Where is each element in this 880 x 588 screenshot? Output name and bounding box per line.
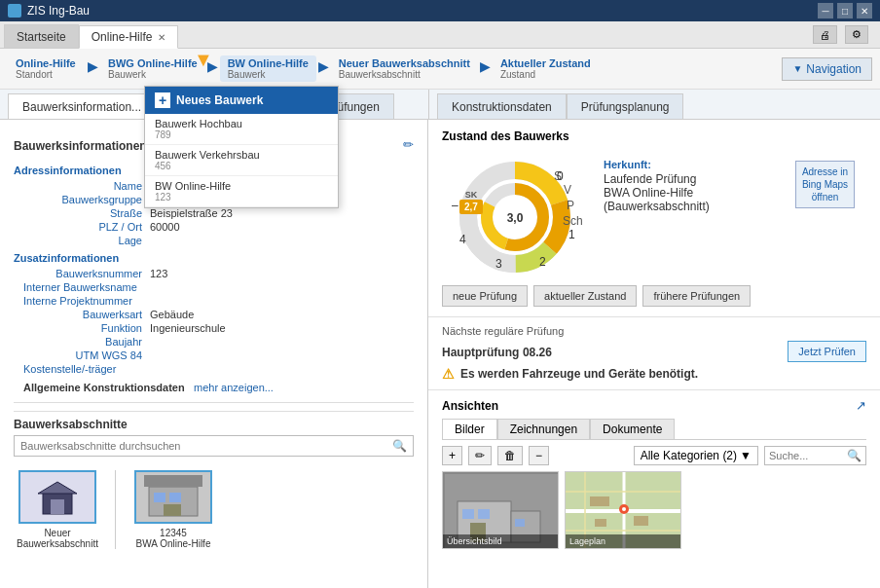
remove-media-button[interactable]: − [529,446,549,465]
breadcrumb-bwg[interactable]: BWG Online-Hilfe Bauwerk [100,55,205,82]
svg-marker-1 [38,482,77,494]
value-bwart: Gebäude [150,309,194,320]
media-tab-bilder[interactable]: Bilder [442,419,497,439]
edit-media-button[interactable]: ✏ [468,446,492,465]
svg-rect-42 [590,496,609,506]
label-plz: PLZ / Ort [23,221,150,233]
media-search-input[interactable] [769,450,847,461]
nav-icon: ▼ [792,63,802,74]
bc-label-3: Neuer Bauwerksabschnitt [339,57,470,69]
ansichten-section: Ansichten ↗ Bilder Zeichnungen Dokumente… [428,390,880,588]
tab-konstruktionsdaten[interactable]: Konstruktionsdaten [437,93,567,119]
subtab-bauwerksinformation[interactable]: Bauwerksinformation... [8,93,156,119]
dropdown-item-num-2: 123 [155,192,328,206]
field-intprojekt: Interne Projektnummer [14,295,414,307]
svg-rect-2 [51,499,64,514]
herkunft-info: Herkunft: Laufende Prüfung BWA Online-Hi… [604,151,784,213]
field-plz: PLZ / Ort 60000 [14,221,414,233]
neue-pruefung-button[interactable]: neue Prüfung [442,285,528,307]
breadcrumb-neuer[interactable]: Neuer Bauwerksabschnitt Bauwerksabschnit… [331,55,478,82]
bwa-section: Bauwerksabschnitte 🔍 Neuer Bauwerksabsch… [14,411,414,555]
svg-rect-44 [595,519,606,527]
thumb-label-0: Übersichtsbild [443,534,558,548]
main-tabs: Konstruktionsdaten Prüfungsplanung [428,90,880,119]
jetzt-pruefen-button[interactable]: Jetzt Prüfen [788,341,866,362]
dropdown-item-num-1: 456 [155,161,328,175]
tab-pruefungsplanung[interactable]: Prüfungsplanung [567,93,684,119]
label-intname[interactable]: Interner Bauwerksname [23,281,137,293]
field-utm: UTM WGS 84 [14,349,414,361]
label-bwnummer: Bauwerksnummer [23,268,150,279]
kategorie-dropdown[interactable]: Alle Kategorien (2) ▼ [634,446,758,465]
svg-text:Sch: Sch [563,214,583,228]
search-icon: 🔍 [392,439,407,453]
naechste-label: Nächste reguläre Prüfung [442,325,866,337]
herkunft-title: Herkunft: [604,159,784,170]
bwa-item-new[interactable]: Neuer Bauwerksabschnitt [14,470,101,549]
more-link[interactable]: mehr anzeigen... [194,382,274,393]
tab-startseite-label: Startseite [17,30,66,44]
close-button[interactable]: ✕ [857,3,872,18]
app-icon [8,4,21,18]
tab-close-icon[interactable]: ✕ [158,32,165,43]
zustand-title: Zustand des Bauwerks [442,129,866,143]
svg-rect-6 [164,504,181,516]
tab-online-hilfe-label: Online-Hilfe [92,30,153,44]
svg-rect-33 [478,509,490,519]
svg-rect-43 [634,516,648,526]
edit-icon[interactable]: ✏ [403,137,414,152]
media-tab-dokumente[interactable]: Dokumente [590,419,675,439]
settings-button[interactable]: ⚙ [845,25,868,44]
breadcrumb-aktuell[interactable]: Aktueller Zustand Zustand [493,55,599,82]
bc-label-4: Aktueller Zustand [500,57,591,69]
field-intname: Interner Bauwerksname [14,281,414,293]
media-search-box[interactable]: 🔍 [764,446,866,465]
field-bwnummer: Bauwerksnummer 123 [14,268,414,279]
main-content: Bauwerksinformationen ✏ Adressinformatio… [0,120,880,588]
thumbnail-0[interactable]: Übersichtsbild [442,471,559,549]
bc-sub-0: Standort [16,69,78,80]
fahrzeug-text: Es werden Fahrzeuge und Geräte benötigt. [460,367,698,381]
print-button[interactable]: 🖨 [813,25,837,44]
tab-online-hilfe[interactable]: Online-Hilfe ✕ [79,25,179,49]
value-bwnummer: 123 [150,268,167,279]
bing-maps-button[interactable]: Adresse in Bing Maps öffnen [795,161,855,208]
svg-text:2: 2 [539,255,546,269]
bc-sub-2: Bauwerk [228,69,309,80]
tab-label-konstruktion: Konstruktionsdaten [452,100,552,114]
bwa-search-input[interactable] [20,440,392,452]
dropdown-item-1[interactable]: Bauwerk Verkehrsbau 456 [145,145,338,176]
bwa-label-existing: 12345 BWA Online-Hilfe [136,528,211,549]
bwa-search-box[interactable]: 🔍 [14,435,414,457]
svg-text:P: P [567,199,574,212]
delete-media-button[interactable]: 🗑 [497,446,523,465]
navigation-button[interactable]: ▼ Navigation [782,57,872,81]
search-icon: 🔍 [847,449,862,462]
thumb-label-1: Lageplan [566,534,680,548]
breadcrumb-online-hilfe[interactable]: Online-Hilfe Standort [8,55,86,82]
svg-point-46 [622,507,626,511]
aktueller-zustand-button[interactable]: aktueller Zustand [533,285,637,307]
bwa-item-existing[interactable]: 12345 BWA Online-Hilfe [129,470,217,549]
media-tab-zeichnungen[interactable]: Zeichnungen [497,419,590,439]
breadcrumb-bw[interactable]: BW Online-Hilfe Bauwerk [220,55,316,82]
label-kosten[interactable]: Kostenstelle/-träger [23,363,116,375]
external-link-icon[interactable]: ↗ [856,398,866,413]
bc-arrow-4: ▶ [478,58,493,74]
maximize-button[interactable]: □ [837,3,853,18]
pruefung-row: Hauptprüfung 08.26 Jetzt Prüfen [442,341,866,362]
tab-startseite[interactable]: Startseite [4,24,79,48]
label-intprojekt[interactable]: Interne Projektnummer [23,295,132,307]
thumbnail-1[interactable]: Lageplan [565,471,681,549]
dropdown-menu: + Neues Bauwerk Bauwerk Hochbau 789 Bauw… [144,86,339,208]
svg-text:V: V [564,183,571,197]
fruehere-pruefungen-button[interactable]: frühere Prüfungen [642,285,751,307]
label-strasse: Straße [23,207,150,219]
media-toolbar: + ✏ 🗑 − Alle Kategorien (2) ▼ 🔍 [442,446,866,465]
add-media-button[interactable]: + [442,446,462,465]
dropdown-item-2[interactable]: BW Online-Hilfe 123 [145,176,338,207]
media-tab-label-2: Dokumente [603,423,662,436]
dropdown-header[interactable]: + Neues Bauwerk [145,87,338,114]
dropdown-item-0[interactable]: Bauwerk Hochbau 789 [145,114,338,145]
minimize-button[interactable]: ─ [818,3,833,18]
